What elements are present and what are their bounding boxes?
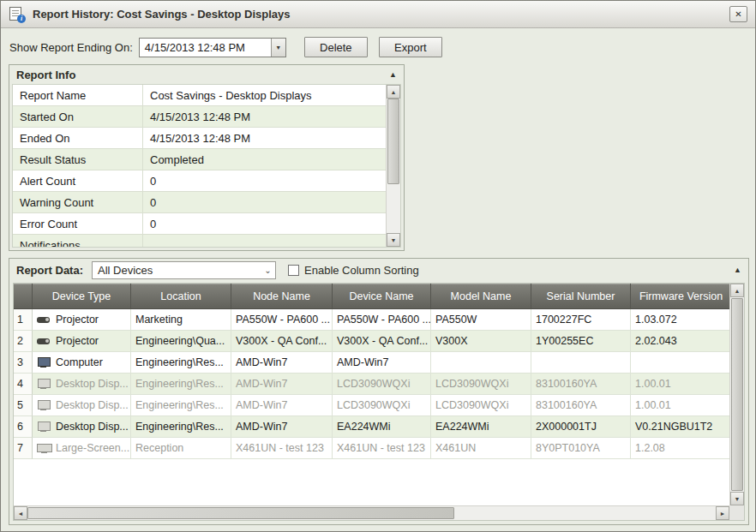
scroll-right-glyph: ► (720, 511, 726, 517)
report-info-header: Report Info ▲ (9, 65, 404, 84)
scroll-down-icon[interactable]: ▼ (730, 492, 744, 505)
display-icon (37, 421, 51, 432)
cell-text: Projector (56, 335, 99, 347)
cell-device-name: EA224WMi (333, 416, 431, 438)
dropdown-arrow-icon[interactable]: ▼ (271, 39, 285, 57)
cell-device-type: Desktop Disp... (33, 416, 131, 438)
table-row[interactable]: 1 Projector Marketing PA550W - PA600 ...… (14, 309, 729, 331)
table-row[interactable]: 7 Large-Screen... Reception X461UN - tes… (14, 438, 729, 459)
display-icon (37, 379, 51, 389)
cell-location: Engineering\Qua... (131, 331, 231, 352)
report-info-title: Report Info (16, 69, 75, 81)
cell-serial-number: 2X000001TJ (531, 416, 631, 438)
report-data-header: Report Data: All Devices ⌄ Enable Column… (9, 259, 748, 281)
column-header-firmware-version[interactable]: Firmware Version (631, 284, 729, 309)
scroll-left-glyph: ◄ (18, 511, 24, 517)
column-header-device-name[interactable]: Device Name (333, 284, 431, 309)
dropdown-glyph: ▼ (275, 45, 281, 51)
cell-firmware-version: 1.03.072 (631, 309, 729, 331)
scrollbar-track[interactable] (387, 99, 400, 233)
report-history-icon: i (9, 7, 26, 22)
info-label: Notifications (13, 235, 143, 247)
column-header-node-name[interactable]: Node Name (231, 284, 333, 309)
info-value: Completed (143, 149, 386, 170)
cell-serial-number: 1Y00255EC (531, 331, 631, 352)
cell-device-name: AMD-Win7 (333, 352, 431, 374)
column-header-serial-number[interactable]: Serial Number (531, 284, 631, 309)
cell-device-type: Large-Screen... (33, 438, 131, 459)
scroll-up-icon[interactable]: ▲ (730, 284, 744, 297)
report-ending-value: 4/15/2013 12:48 PM (140, 41, 271, 54)
cell-device-name: X461UN - test 123 (333, 438, 431, 459)
cell-firmware-version (631, 352, 729, 374)
cell-text: Desktop Disp... (56, 421, 129, 433)
scroll-right-icon[interactable]: ► (716, 506, 729, 520)
enable-column-sorting-checkbox[interactable] (288, 265, 299, 276)
cell-location: Engineering\Res... (131, 374, 231, 395)
scroll-up-icon[interactable]: ▲ (387, 85, 400, 99)
cell-node-name: AMD-Win7 (231, 395, 333, 416)
table-row[interactable]: 3 Computer Engineering\Res... AMD-Win7 A… (14, 352, 729, 374)
row-number: 1 (14, 309, 33, 331)
window-title: Report History: Cost Savings - Desktop D… (33, 8, 291, 21)
scrollbar-thumb[interactable] (731, 298, 743, 491)
cell-firmware-version: 1.2.08 (631, 438, 729, 459)
report-info-row: Warning Count 0 (13, 192, 386, 213)
report-ending-select[interactable]: 4/15/2013 12:48 PM ▼ (139, 38, 286, 57)
report-info-row: Notifications (13, 235, 386, 247)
chevron-down-icon[interactable]: ⌄ (261, 262, 275, 278)
cell-firmware-version: 1.00.01 (631, 395, 729, 416)
cell-model-name: PA550W (431, 309, 531, 331)
cell-serial-number: 83100160YA (531, 395, 631, 416)
cell-device-type: Projector (33, 309, 131, 331)
scrollbar-track[interactable] (730, 297, 744, 492)
column-header-location[interactable]: Location (131, 284, 231, 309)
collapse-arrow-icon[interactable]: ▲ (734, 266, 741, 274)
cell-device-type: Projector (33, 331, 131, 352)
table-row[interactable]: 5 Desktop Disp... Engineering\Res... AMD… (14, 395, 729, 416)
info-value: 4/15/2013 12:48 PM (143, 128, 386, 148)
table-row[interactable]: 6 Desktop Disp... Engineering\Res... AMD… (14, 416, 729, 438)
cell-text: Large-Screen... (56, 442, 129, 454)
computer-icon (37, 357, 51, 368)
collapse-arrow-icon[interactable]: ▲ (389, 70, 397, 79)
device-filter-value: All Devices (93, 264, 261, 277)
column-header-device-type[interactable]: Device Type (33, 284, 131, 309)
show-report-ending-label: Show Report Ending On: (9, 41, 133, 54)
horizontal-scrollbar-thumb[interactable] (27, 507, 454, 519)
cell-model-name: LCD3090WQXi (431, 395, 531, 416)
cell-model-name: EA224WMi (431, 416, 531, 438)
cell-text: Desktop Disp... (56, 378, 129, 390)
scroll-left-icon[interactable]: ◄ (14, 506, 27, 520)
delete-button[interactable]: Delete (304, 37, 368, 57)
table-row[interactable]: 4 Desktop Disp... Engineering\Res... AMD… (14, 374, 729, 395)
header-gutter (14, 284, 33, 309)
table-header: Device Type Location Node Name Device Na… (14, 284, 729, 309)
scroll-down-icon[interactable]: ▼ (387, 233, 400, 247)
table-vertical-scrollbar[interactable]: ▲ ▼ (729, 284, 744, 505)
cell-node-name: AMD-Win7 (231, 352, 333, 374)
close-button[interactable]: ✕ (729, 6, 747, 22)
table-horizontal-scrollbar[interactable]: ◄ ► (14, 505, 729, 520)
device-filter-select[interactable]: All Devices ⌄ (92, 261, 276, 279)
scrollbar-track[interactable] (27, 506, 716, 520)
cell-firmware-version: 1.00.01 (631, 374, 729, 395)
info-label: Ended On (13, 128, 143, 148)
column-header-model-name[interactable]: Model Name (431, 284, 531, 309)
export-button[interactable]: Export (379, 37, 442, 57)
report-info-table: Report Name Cost Savings - Desktop Displ… (13, 85, 386, 247)
cell-location: Reception (131, 438, 231, 459)
scroll-up-glyph: ▲ (735, 288, 741, 294)
cell-serial-number (531, 352, 631, 374)
projector-icon (37, 336, 51, 346)
cell-firmware-version: 2.02.043 (631, 331, 729, 352)
report-info-scrollbar[interactable]: ▲ ▼ (386, 85, 400, 247)
table-row[interactable]: 2 Projector Engineering\Qua... V300X - Q… (14, 331, 729, 352)
info-value: 4/15/2013 12:48 PM (143, 106, 386, 127)
scrollbar-thumb[interactable] (387, 99, 399, 184)
info-value: 0 (143, 213, 386, 234)
scrollbar-corner (729, 505, 744, 520)
cell-model-name: V300X (431, 331, 531, 352)
cell-firmware-version: V0.21NGBU1T2 (631, 416, 729, 438)
cell-device-type: Desktop Disp... (33, 395, 131, 416)
